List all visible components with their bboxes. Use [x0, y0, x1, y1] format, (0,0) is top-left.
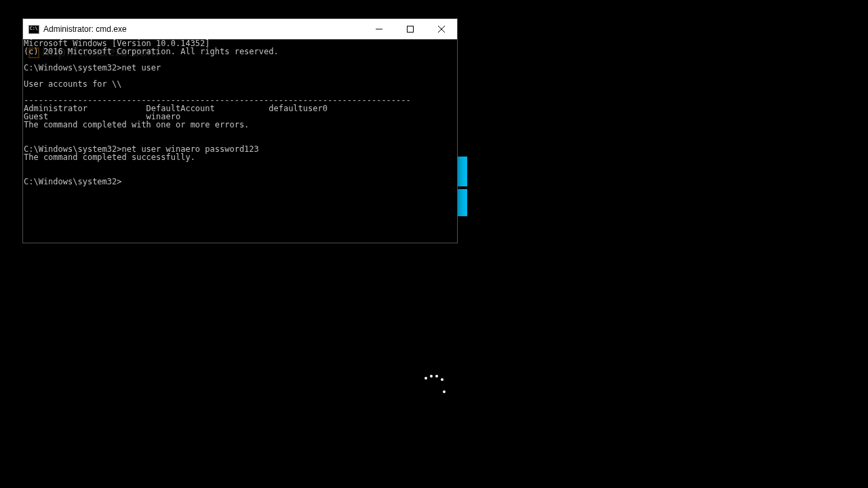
terminal-output[interactable]: http://winaero.comMicrosoft Windows [Ver… [23, 39, 457, 243]
cmd-window: Administrator: cmd.exe http://winaero.co… [22, 18, 458, 243]
terminal-command: net user [122, 63, 161, 73]
close-button[interactable] [426, 19, 457, 39]
window-title: Administrator: cmd.exe [43, 24, 363, 34]
minimize-button[interactable] [363, 19, 395, 39]
terminal-prompt: C:\Windows\system32> [24, 177, 122, 186]
svg-rect-1 [408, 26, 414, 33]
terminal-line: The command completed successfully. [24, 152, 195, 162]
terminal-line: (c) 2016 Microsoft Corporation. All righ… [24, 47, 279, 56]
titlebar[interactable]: Administrator: cmd.exe [23, 19, 457, 39]
terminal-prompt: C:\Windows\system32> [24, 63, 122, 73]
terminal-line: User accounts for \\ [24, 79, 122, 89]
loading-spinner-icon [420, 371, 448, 399]
background-accent-bar [458, 189, 467, 216]
cmd-icon [28, 24, 39, 35]
window-controls [363, 19, 457, 39]
terminal-line: The command completed with one or more e… [24, 120, 249, 129]
maximize-button[interactable] [395, 19, 426, 39]
background-accent-bar [458, 157, 467, 186]
